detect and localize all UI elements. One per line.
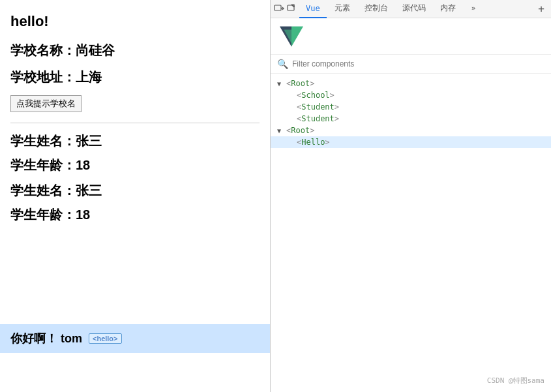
tree-arrow-icon: ▼ — [277, 127, 285, 134]
devtools-tabs: Vue 元素 控制台 源代码 内存 » + — [271, 0, 551, 18]
tree-item[interactable]: <Student> — [271, 101, 551, 113]
tree-item[interactable]: <School> — [271, 89, 551, 101]
hello-tag: <hello> — [89, 333, 122, 344]
student1-block: 学生姓名：张三 学生年龄：18 — [10, 132, 260, 174]
tree-tag-label: <Student> — [297, 102, 339, 112]
filter-input[interactable] — [292, 59, 544, 68]
search-icon: 🔍 — [277, 59, 288, 69]
vue-logo — [280, 25, 303, 48]
tree-item[interactable]: ▼<Root> — [271, 125, 551, 136]
tab-icon-1[interactable] — [273, 3, 285, 15]
tab-vue[interactable]: Vue — [299, 0, 327, 18]
tree-tag-label: <Root> — [286, 79, 314, 88]
tab-icon-2[interactable] — [286, 3, 298, 15]
tab-add[interactable]: + — [534, 3, 548, 15]
tab-more[interactable]: » — [465, 0, 483, 18]
svg-rect-0 — [275, 5, 281, 10]
student1-name: 学生姓名：张三 — [10, 132, 260, 150]
student2-block: 学生姓名：张三 学生年龄：18 — [10, 182, 260, 224]
tree-item[interactable]: <Student> — [271, 113, 551, 125]
tree-tag-label: <Root> — [286, 126, 314, 135]
bottom-bar: 你好啊！ tom <hello> — [0, 324, 270, 353]
tab-console[interactable]: 控制台 — [358, 0, 395, 18]
tree-tag-label: <Hello> — [297, 138, 330, 147]
divider — [10, 123, 260, 123]
right-panel: Vue 元素 控制台 源代码 内存 » + 🔍 ▼<Root><School><… — [271, 0, 551, 392]
tab-memory[interactable]: 内存 — [434, 0, 462, 18]
tree-tag-label: <School> — [297, 91, 335, 100]
greeting-text: hello! — [10, 13, 260, 30]
school-name: 学校名称：尚硅谷 — [10, 42, 260, 59]
watermark: CSDN @特图sama — [487, 376, 544, 385]
component-tree: ▼<Root><School><Student><Student>▼<Root>… — [271, 74, 551, 392]
tab-elements[interactable]: 元素 — [328, 0, 357, 18]
bottom-text: 你好啊！ tom — [10, 331, 82, 346]
school-addr: 学校地址：上海 — [10, 68, 260, 86]
vue-logo-area — [271, 18, 551, 55]
show-school-button[interactable]: 点我提示学校名 — [10, 95, 82, 112]
tree-tag-label: <Student> — [297, 114, 339, 123]
left-panel: hello! 学校名称：尚硅谷 学校地址：上海 点我提示学校名 学生姓名：张三 … — [0, 0, 271, 392]
student2-age: 学生年龄：18 — [10, 206, 260, 224]
tree-item[interactable]: <Hello> — [271, 136, 551, 148]
tree-arrow-icon: ▼ — [277, 80, 285, 87]
student2-name: 学生姓名：张三 — [10, 182, 260, 200]
tree-item[interactable]: ▼<Root> — [271, 78, 551, 89]
filter-bar: 🔍 — [271, 55, 551, 74]
student1-age: 学生年龄：18 — [10, 157, 260, 174]
tab-sources[interactable]: 源代码 — [396, 0, 432, 18]
